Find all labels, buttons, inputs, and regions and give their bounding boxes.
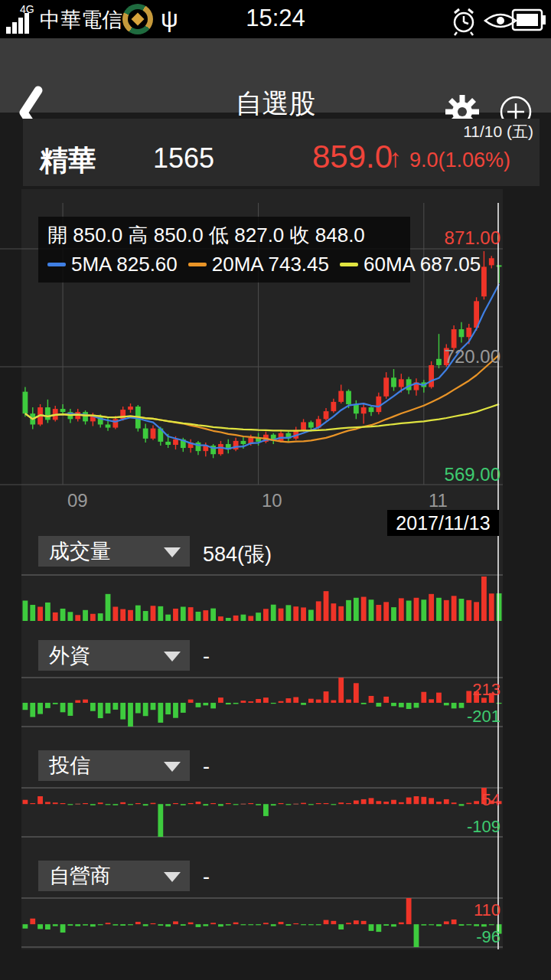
crosshair-line (497, 203, 499, 949)
price-label-low: 569.00 (445, 464, 500, 485)
ma20-dash-icon (188, 263, 207, 266)
date-tooltip: 2017/11/13 (387, 510, 499, 536)
ohlc-readout: 開 850.0 高 850.0 低 827.0 收 848.0 5MA 825.… (38, 217, 410, 283)
dealer-min-label: -96 (476, 927, 500, 947)
chevron-down-icon (164, 762, 181, 772)
app-screen: 4G 中華電信 ψ 15:24 (0, 0, 551, 980)
trust-value: - (203, 755, 210, 779)
month-label-nov: 11 (429, 490, 448, 511)
foreign-dropdown-label: 外資 (49, 642, 90, 669)
trust-dropdown[interactable]: 投信 (38, 750, 190, 781)
trust-max-label: 54 (482, 790, 500, 810)
ohlc-text: 開 850.0 高 850.0 低 827.0 收 848.0 (47, 220, 401, 250)
dealer-value: - (203, 865, 210, 889)
ma5-legend: 5MA 825.60 (47, 250, 178, 279)
ma20-label: 20MA 743.45 (212, 250, 329, 279)
stock-code: 1565 (153, 142, 214, 175)
status-bar: 4G 中華電信 ψ 15:24 (0, 0, 551, 38)
alarm-icon (448, 4, 480, 38)
price-label-high: 871.00 (445, 227, 500, 249)
ma20-legend: 20MA 743.45 (188, 250, 329, 279)
volume-value: 584(張) (203, 541, 272, 568)
dealer-max-label: 110 (474, 900, 500, 920)
quote-panel[interactable]: 11/10 (五) 精華 1565 859.0 ↑ 9.0(1.06%) (23, 119, 540, 186)
ma5-dash-icon (47, 263, 66, 266)
volume-dropdown-label: 成交量 (49, 537, 111, 565)
month-label-sep: 09 (67, 490, 88, 511)
chevron-down-icon (164, 872, 181, 882)
dealer-chart[interactable] (0, 897, 551, 948)
trust-dropdown-label: 投信 (49, 752, 90, 779)
volume-chart[interactable] (0, 574, 551, 622)
battery-icon (511, 4, 548, 34)
stock-name: 精華 (40, 142, 96, 180)
dealer-dropdown[interactable]: 自營商 (38, 861, 190, 891)
trust-min-label: -109 (467, 817, 500, 837)
stock-price: 859.0 (312, 139, 393, 175)
dealer-dropdown-label: 自營商 (49, 862, 111, 890)
foreign-max-label: 213 (472, 680, 500, 700)
app-header: 自選股 (0, 38, 551, 113)
foreign-dropdown[interactable]: 外資 (38, 640, 190, 671)
ma60-dash-icon (340, 263, 358, 266)
foreign-min-label: -201 (467, 707, 500, 727)
month-label-oct: 10 (262, 490, 282, 511)
ma5-label: 5MA 825.60 (71, 250, 178, 279)
chevron-down-icon (164, 547, 181, 557)
ma60-legend: 60MA 687.05 (340, 250, 481, 279)
stock-change: 9.0(1.06%) (409, 149, 510, 172)
ma60-label: 60MA 687.05 (364, 250, 481, 279)
volume-dropdown[interactable]: 成交量 (38, 536, 190, 567)
chevron-down-icon (164, 652, 181, 662)
foreign-value: - (203, 645, 210, 668)
up-arrow-icon: ↑ (389, 143, 402, 173)
price-label-mid: 720.00 (445, 346, 500, 368)
ma-legend: 5MA 825.60 20MA 743.45 60MA 687.05 (47, 250, 401, 279)
quote-date: 11/10 (五) (463, 121, 533, 142)
